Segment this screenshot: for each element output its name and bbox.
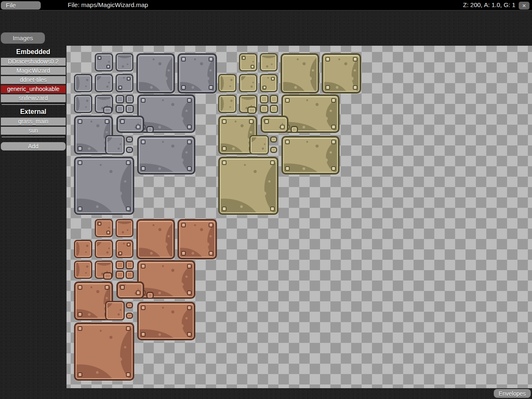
rivet-decoration <box>285 98 290 103</box>
rivet-decoration <box>118 86 122 89</box>
separator <box>2 104 65 105</box>
tileset-tile <box>103 106 112 114</box>
rivet-decoration <box>325 85 330 90</box>
rivet-decoration <box>136 291 140 295</box>
rivet-decoration <box>141 332 145 337</box>
tileset-tile <box>126 147 133 153</box>
close-icon[interactable]: ✕ <box>519 2 530 10</box>
rivet-decoration <box>187 125 192 129</box>
tileset-tile <box>116 219 133 237</box>
rivet-decoration <box>141 140 145 144</box>
tileset-tile <box>260 53 278 71</box>
rivet-decoration <box>331 166 336 171</box>
rivet-decoration <box>251 65 254 69</box>
tileset-tile <box>281 53 319 94</box>
rivet-decoration <box>78 160 82 165</box>
current-file-title: File: maps/MagicWizard.map <box>68 1 148 9</box>
image-item-grass_main[interactable]: grass_main <box>1 118 66 126</box>
map-canvas[interactable] <box>66 46 532 388</box>
rivet-decoration <box>126 326 131 331</box>
rivet-decoration <box>78 285 82 290</box>
tileset-tile <box>126 313 133 319</box>
rivet-decoration <box>141 305 145 310</box>
tileset-tile <box>74 323 134 381</box>
rivet-decoration <box>78 207 82 211</box>
section-header-embedded: Embedded <box>1 47 66 57</box>
rivet-decoration <box>222 119 227 124</box>
rivet-decoration <box>187 332 192 337</box>
tileset-tile <box>218 74 236 92</box>
rivet-decoration <box>209 57 213 62</box>
tileset-tile <box>95 219 113 237</box>
image-item-snifewizard[interactable]: snifewizard <box>1 94 66 102</box>
rivet-decoration <box>285 166 290 171</box>
tileset-tile <box>126 261 134 269</box>
rivet-decoration <box>270 160 275 165</box>
rivet-decoration <box>353 85 357 90</box>
tileset-tile <box>270 136 277 143</box>
tileset-tile <box>126 271 134 279</box>
tileset-tile <box>270 95 278 103</box>
rivet-decoration <box>106 65 110 69</box>
menu-bar: File File: maps/MagicWizard.map Z: 200, … <box>0 0 532 11</box>
image-item-MagicWizard[interactable]: MagicWizard <box>1 67 66 75</box>
file-menu-button[interactable]: File <box>1 1 41 10</box>
rivet-decoration <box>78 326 82 331</box>
tileset-tile <box>270 105 278 113</box>
rivet-decoration <box>126 160 131 165</box>
rivet-decoration <box>78 146 82 151</box>
tileset-tile <box>137 260 195 299</box>
rivet-decoration <box>209 223 213 227</box>
rivet-decoration <box>209 85 213 90</box>
rivet-decoration <box>187 305 192 310</box>
tileset-tile <box>126 302 133 308</box>
rivet-decoration <box>187 140 192 144</box>
rivet-decoration <box>209 251 213 256</box>
rivet-decoration <box>141 264 145 268</box>
tileset-tile <box>177 53 217 94</box>
tab-images[interactable]: Images <box>1 32 45 44</box>
image-item-generic_unhookable[interactable]: generic_unhookable <box>1 85 66 93</box>
zoom-animate-grid-status: Z: 200, A: 1.0, G: 1 <box>463 1 515 9</box>
map-editor-window: File File: maps/MagicWizard.map Z: 200, … <box>0 0 532 399</box>
tileset-tile <box>218 95 236 113</box>
image-item-sun[interactable]: sun <box>1 127 66 135</box>
tileset-tile <box>116 105 124 113</box>
rivet-decoration <box>78 312 82 317</box>
rivet-decoration <box>187 291 192 295</box>
rivet-decoration <box>331 140 336 144</box>
tileset-tile <box>260 74 278 92</box>
rivet-decoration <box>181 223 186 227</box>
rivet-decoration <box>78 119 82 124</box>
rivet-decoration <box>118 251 122 255</box>
envelopes-button[interactable]: Envelopes <box>494 389 531 398</box>
tileset-tile <box>116 240 133 258</box>
tileset-tile <box>105 135 125 155</box>
tileset-tile <box>247 106 256 114</box>
rivet-decoration <box>181 251 186 256</box>
rivet-decoration <box>222 207 227 211</box>
tileset-tile <box>74 157 134 215</box>
rivet-decoration <box>325 57 330 62</box>
image-item-ddnet-tiles[interactable]: ddnet-tiles <box>1 76 66 84</box>
tileset-tile <box>126 136 133 143</box>
tileset-tile <box>281 136 340 175</box>
tileset-tile <box>137 302 195 340</box>
rivet-decoration <box>127 243 131 246</box>
tileset-tile <box>137 136 195 175</box>
rivet-decoration <box>353 57 357 62</box>
tileset-tile <box>103 272 112 280</box>
tileset-tile <box>116 74 133 92</box>
rivet-decoration <box>136 125 140 129</box>
tileset-tile <box>95 240 113 258</box>
tileset-tile <box>116 281 144 299</box>
tileset-tile <box>146 126 154 133</box>
rivet-decoration <box>141 166 145 171</box>
rivet-decoration <box>141 98 145 103</box>
rivet-decoration <box>126 207 131 211</box>
rivet-decoration <box>187 98 192 103</box>
tileset-tile <box>126 95 134 103</box>
tileset-tile <box>74 95 92 113</box>
add-image-button[interactable]: Add <box>1 142 66 150</box>
image-item-DDraceshadows0.2[interactable]: DDraceshadows0.2 <box>1 58 66 66</box>
